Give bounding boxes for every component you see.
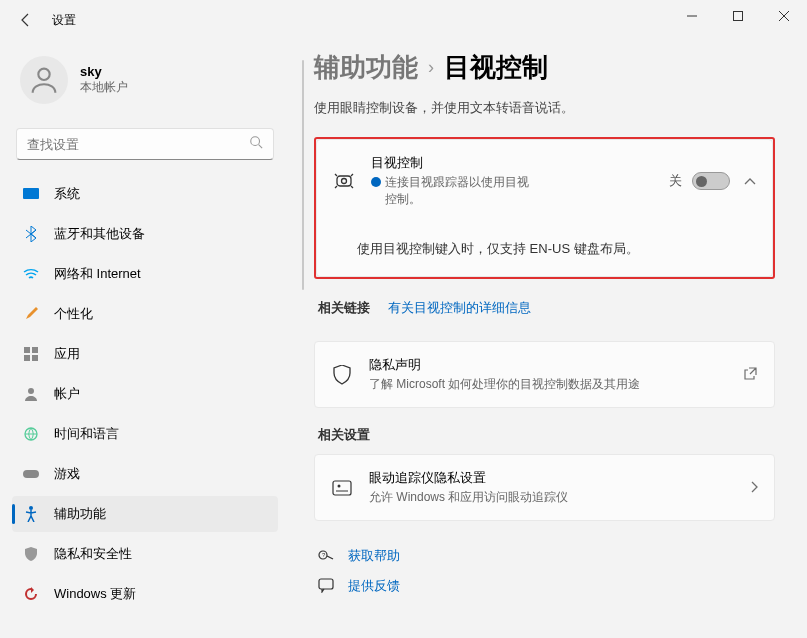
minimize-button[interactable] — [669, 0, 715, 32]
svg-rect-1 — [734, 12, 743, 21]
nav-label: 蓝牙和其他设备 — [54, 225, 145, 243]
help-icon: ? — [318, 547, 336, 565]
svg-rect-10 — [24, 355, 30, 361]
svg-rect-14 — [23, 470, 39, 478]
nav-accessibility[interactable]: 辅助功能 — [12, 496, 278, 532]
eye-tracker-privacy-row[interactable]: 眼动追踪仪隐私设置 允许 Windows 和应用访问眼动追踪仪 — [315, 455, 774, 520]
svg-rect-18 — [333, 481, 351, 495]
search-box[interactable] — [16, 128, 274, 160]
keyboard-layout-note: 使用目视控制键入时，仅支持 EN-US 键盘布局。 — [317, 222, 772, 276]
nav-gaming[interactable]: 游戏 — [12, 456, 278, 492]
close-button[interactable] — [761, 0, 807, 32]
window-title: 设置 — [52, 12, 76, 29]
related-settings-title: 相关设置 — [318, 426, 775, 444]
brush-icon — [22, 305, 40, 323]
feedback-link[interactable]: 提供反馈 — [314, 571, 775, 601]
eye-control-subtitle: 连接目视跟踪器以使用目视控制。 — [385, 174, 531, 208]
shield-outline-icon — [331, 364, 353, 386]
info-icon — [371, 177, 381, 187]
svg-rect-11 — [32, 355, 38, 361]
nav-personalization[interactable]: 个性化 — [12, 296, 278, 332]
svg-point-17 — [342, 179, 347, 184]
nav-privacy[interactable]: 隐私和安全性 — [12, 536, 278, 572]
svg-rect-23 — [319, 579, 333, 589]
wifi-icon — [22, 265, 40, 283]
page-description: 使用眼睛控制设备，并使用文本转语音说话。 — [314, 99, 775, 117]
nav-bluetooth[interactable]: 蓝牙和其他设备 — [12, 216, 278, 252]
back-button[interactable] — [8, 2, 44, 38]
update-icon — [22, 585, 40, 603]
user-block[interactable]: sky 本地帐户 — [12, 40, 278, 124]
svg-point-15 — [29, 506, 33, 510]
avatar — [20, 56, 68, 104]
eye-control-details-link[interactable]: 有关目视控制的详细信息 — [388, 300, 531, 315]
bluetooth-icon — [22, 225, 40, 243]
nav-label: 网络和 Internet — [54, 265, 141, 283]
display-icon — [22, 185, 40, 203]
highlight-annotation: 目视控制 连接目视跟踪器以使用目视控制。 关 使用目视控制键入时，仅支 — [314, 137, 775, 279]
nav-label: 应用 — [54, 345, 80, 363]
breadcrumb-current: 目视控制 — [444, 50, 548, 85]
nav-label: 时间和语言 — [54, 425, 119, 443]
apps-icon — [22, 345, 40, 363]
nav-accounts[interactable]: 帐户 — [12, 376, 278, 412]
nav-time-language[interactable]: 时间和语言 — [12, 416, 278, 452]
eye-icon — [333, 170, 355, 192]
svg-point-5 — [251, 137, 260, 146]
nav-label: Windows 更新 — [54, 585, 136, 603]
breadcrumb: 辅助功能 › 目视控制 — [314, 50, 775, 85]
gamepad-icon — [22, 465, 40, 483]
tracker-privacy-title: 眼动追踪仪隐私设置 — [369, 469, 736, 487]
nav-network[interactable]: 网络和 Internet — [12, 256, 278, 292]
user-name: sky — [80, 64, 128, 79]
tracker-icon — [331, 477, 353, 499]
privacy-subtitle: 了解 Microsoft 如何处理你的目视控制数据及其用途 — [369, 376, 730, 393]
nav-label: 隐私和安全性 — [54, 545, 132, 563]
svg-point-19 — [338, 484, 341, 487]
get-help-label: 获取帮助 — [348, 547, 400, 565]
nav-system[interactable]: 系统 — [12, 176, 278, 212]
toggle-state-label: 关 — [669, 172, 682, 190]
svg-rect-16 — [337, 176, 351, 186]
person-icon — [22, 385, 40, 403]
nav-label: 游戏 — [54, 465, 80, 483]
svg-line-6 — [259, 145, 263, 149]
nav-label: 个性化 — [54, 305, 93, 323]
related-links-title: 相关链接 — [318, 299, 370, 317]
privacy-statement-row[interactable]: 隐私声明 了解 Microsoft 如何处理你的目视控制数据及其用途 — [315, 342, 774, 407]
external-link-icon — [744, 366, 758, 384]
get-help-link[interactable]: ? 获取帮助 — [314, 541, 775, 571]
nav-apps[interactable]: 应用 — [12, 336, 278, 372]
svg-point-4 — [38, 69, 49, 80]
chevron-right-icon: › — [428, 57, 434, 78]
tracker-privacy-subtitle: 允许 Windows 和应用访问眼动追踪仪 — [369, 489, 736, 506]
user-subtitle: 本地帐户 — [80, 79, 128, 96]
shield-icon — [22, 545, 40, 563]
svg-rect-9 — [32, 347, 38, 353]
svg-rect-7 — [23, 188, 39, 199]
svg-point-12 — [28, 388, 34, 394]
privacy-title: 隐私声明 — [369, 356, 730, 374]
nav-windows-update[interactable]: Windows 更新 — [12, 576, 278, 612]
search-input[interactable] — [27, 137, 249, 152]
chevron-right-icon — [750, 479, 758, 497]
accessibility-icon — [22, 505, 40, 523]
globe-icon — [22, 425, 40, 443]
chevron-up-icon[interactable] — [744, 172, 756, 190]
nav-label: 帐户 — [54, 385, 80, 403]
search-icon — [249, 135, 263, 153]
eye-control-toggle[interactable] — [692, 172, 730, 190]
feedback-label: 提供反馈 — [348, 577, 400, 595]
eye-control-toggle-row[interactable]: 目视控制 连接目视跟踪器以使用目视控制。 关 — [317, 140, 772, 222]
nav-label: 辅助功能 — [54, 505, 106, 523]
maximize-button[interactable] — [715, 0, 761, 32]
breadcrumb-parent[interactable]: 辅助功能 — [314, 50, 418, 85]
eye-control-title: 目视控制 — [371, 154, 669, 172]
svg-rect-8 — [24, 347, 30, 353]
nav-label: 系统 — [54, 185, 80, 203]
svg-text:?: ? — [322, 552, 326, 558]
feedback-icon — [318, 577, 336, 595]
